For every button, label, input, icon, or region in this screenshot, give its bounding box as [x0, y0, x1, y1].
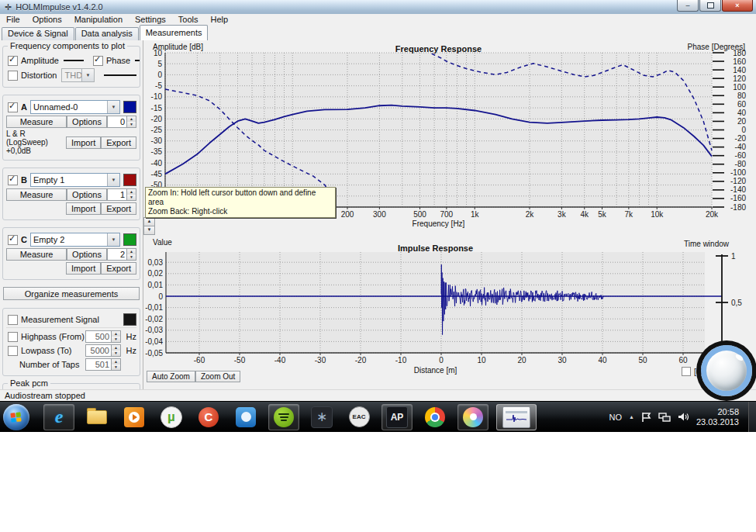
media-player-icon[interactable]: [119, 405, 149, 430]
spin-up-icon[interactable]: ▲: [112, 345, 120, 351]
offset-b-spinner[interactable]: 1 ▲▼: [107, 188, 136, 201]
distance-tick-label: -50: [234, 356, 246, 364]
signal-color-swatch[interactable]: [123, 313, 136, 326]
spin-up-icon[interactable]: ▲: [127, 189, 136, 195]
minimize-button[interactable]: –: [677, 0, 699, 12]
spin-down-icon[interactable]: ▼: [127, 195, 136, 200]
measure-b-button[interactable]: Measure: [6, 188, 67, 201]
menu-item-manipulation[interactable]: Manipulation: [68, 14, 129, 26]
highpass-checkbox[interactable]: [8, 332, 18, 342]
export-c-button[interactable]: Export: [101, 262, 136, 275]
measurement-b-name-select[interactable]: Empty 1 ▼: [30, 173, 120, 187]
utorrent-icon[interactable]: µ: [157, 405, 186, 430]
start-button[interactable]: [0, 405, 37, 430]
tab-data-analysis[interactable]: Data analysis: [75, 27, 139, 40]
tab-device-signal[interactable]: Device & Signal: [2, 27, 74, 40]
lowpass-label: Lowpass (To): [21, 346, 85, 355]
eac-icon[interactable]: EAC: [344, 405, 374, 430]
import-a-button[interactable]: Import: [66, 136, 101, 149]
spin-up-icon[interactable]: ▲: [127, 249, 136, 254]
import-c-button[interactable]: Import: [66, 262, 101, 275]
lowpass-checkbox[interactable]: [8, 346, 18, 356]
spin-up-icon[interactable]: ▲: [112, 331, 120, 337]
windows-taskbar: eµC∗EACAPNO▲20:5823.03.2013: [0, 401, 756, 432]
menu-item-tools[interactable]: Tools: [172, 14, 205, 26]
status-text: Audiostream stopped: [5, 391, 85, 400]
spin-down-icon[interactable]: ▼: [112, 351, 120, 356]
tab-measurements[interactable]: Measurements: [140, 25, 209, 40]
impulse-plot-background[interactable]: [166, 252, 705, 353]
network-icon[interactable]: [658, 412, 671, 422]
options-b-button[interactable]: Options: [67, 188, 107, 201]
measurement-c-color-swatch[interactable]: [123, 233, 136, 246]
spin-up-icon[interactable]: ▲: [112, 359, 120, 364]
import-b-button[interactable]: Import: [66, 202, 101, 215]
chrome-icon[interactable]: [420, 405, 450, 430]
spin-down-icon[interactable]: ▼: [112, 337, 120, 342]
close-button[interactable]: ×: [722, 0, 753, 12]
menu-item-help[interactable]: Help: [204, 14, 234, 26]
phase-axis-title: Phase [Degrees]: [688, 43, 746, 51]
chart-scroll-spinner[interactable]: ▲ ▼: [143, 217, 155, 234]
organize-measurements-button[interactable]: Organize measurements: [3, 287, 140, 300]
fan-app-icon[interactable]: ∗: [307, 405, 337, 430]
spin-down-icon[interactable]: ▼: [143, 226, 155, 235]
volume-knob[interactable]: [701, 345, 752, 396]
action-center-flag-icon[interactable]: [641, 412, 651, 423]
holmimpulse-taskbar-button[interactable]: [496, 404, 537, 430]
spin-down-icon[interactable]: ▼: [112, 364, 120, 370]
spin-up-icon[interactable]: ▲: [127, 116, 136, 122]
internet-explorer-icon[interactable]: e: [43, 404, 74, 430]
lowpass-spinner[interactable]: 5000 ▲▼: [85, 344, 121, 357]
volume-icon[interactable]: [678, 412, 689, 422]
phase-checkbox[interactable]: [93, 56, 103, 66]
menu-item-file[interactable]: File: [0, 14, 26, 26]
measure-c-button[interactable]: Measure: [6, 248, 67, 261]
spin-down-icon[interactable]: ▼: [127, 254, 136, 260]
measurement-b-checkbox[interactable]: [8, 175, 18, 185]
phase-tick-label: -80: [735, 160, 747, 168]
menu-item-settings[interactable]: Settings: [129, 14, 172, 26]
taps-spinner[interactable]: 501 ▲▼: [85, 358, 121, 371]
restore-button[interactable]: [699, 0, 721, 12]
distortion-checkbox[interactable]: [8, 71, 18, 81]
chevron-down-icon: ▼: [107, 233, 119, 246]
spotify-icon[interactable]: [268, 404, 299, 430]
export-b-button[interactable]: Export: [101, 202, 136, 215]
measurement-a-id: A: [21, 102, 27, 112]
db-scale-checkbox[interactable]: [682, 367, 691, 376]
measurement-signal-checkbox[interactable]: [8, 315, 18, 325]
measure-a-button[interactable]: Measure: [6, 116, 67, 128]
title-bar[interactable]: ✛ HOLMImpulse v1.4.2.0 – ×: [0, 0, 756, 15]
highpass-spinner[interactable]: 500 ▲▼: [85, 330, 121, 343]
ccleaner-icon[interactable]: C: [194, 405, 223, 430]
ap-icon[interactable]: AP: [381, 404, 413, 430]
offset-a-spinner[interactable]: 0 ▲▼: [107, 116, 136, 128]
measurement-c-checkbox[interactable]: [8, 235, 18, 245]
tab-strip: Device & SignalData analysisMeasurements: [0, 26, 756, 40]
measurement-a-checkbox[interactable]: [8, 102, 18, 112]
menu-item-options[interactable]: Options: [26, 14, 68, 26]
distortion-mode-select[interactable]: THD ▼: [61, 68, 95, 82]
amplitude-checkbox[interactable]: [8, 56, 18, 66]
taskbar-clock[interactable]: 20:5823.03.2013: [696, 407, 739, 427]
zoom-out-button[interactable]: Zoom Out: [195, 371, 240, 382]
show-desktop-button[interactable]: [748, 402, 756, 432]
measurement-a-color-swatch[interactable]: [123, 101, 136, 113]
measurement-b-color-swatch[interactable]: [123, 174, 136, 186]
phase-tick-label: 100: [733, 83, 746, 92]
explorer-icon[interactable]: [82, 405, 112, 430]
auto-zoom-button[interactable]: Auto Zoom: [147, 371, 195, 382]
options-a-button[interactable]: Options: [67, 116, 107, 128]
export-a-button[interactable]: Export: [101, 136, 136, 149]
clock-date: 23.03.2013: [696, 417, 739, 427]
options-c-button[interactable]: Options: [67, 248, 107, 261]
show-hidden-icons-button[interactable]: ▲: [629, 414, 634, 420]
measurement-a-name-select[interactable]: Unnamed-0 ▼: [30, 100, 120, 114]
measurement-c-name-select[interactable]: Empty 2 ▼: [30, 233, 120, 247]
spin-down-icon[interactable]: ▼: [127, 122, 136, 127]
blue-app-icon[interactable]: [231, 405, 261, 430]
offset-c-spinner[interactable]: 2 ▲▼: [107, 248, 136, 261]
language-indicator[interactable]: NO: [609, 413, 623, 422]
photo-gallery-icon[interactable]: [457, 404, 488, 430]
